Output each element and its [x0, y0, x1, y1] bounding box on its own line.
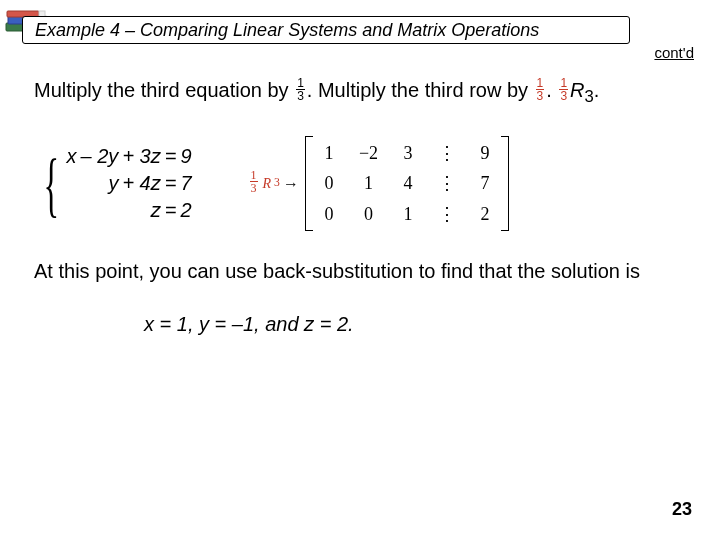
example-title-text: Example 4 – Comparing Linear Systems and…: [35, 20, 539, 41]
instruction-line: Multiply the third equation by 13. Multi…: [34, 78, 686, 108]
left-brace-icon: {: [44, 154, 60, 214]
page-number: 23: [672, 499, 692, 520]
matrix-block: 13R3 → 1−23⋮9 014⋮7 001⋮2: [248, 136, 510, 232]
example-title: Example 4 – Comparing Linear Systems and…: [22, 16, 630, 44]
row-operation-label: 13R3 →: [248, 171, 299, 196]
solution-text: x = 1, y = –1, and z = 2.: [144, 312, 686, 337]
contd-label: cont'd: [654, 44, 694, 61]
fraction-one-third-op: 13: [536, 77, 545, 102]
conclusion-text: At this point, you can use back-substitu…: [34, 259, 686, 284]
augmented-matrix: 1−23⋮9 014⋮7 001⋮2: [305, 136, 509, 232]
equation-system: { x– 2y+ 3z=9 y+ 4z=7 z=2: [34, 144, 194, 223]
fraction-one-third-op2: 13: [559, 77, 568, 102]
fraction-one-third: 13: [296, 77, 305, 102]
arrow-icon: →: [283, 174, 299, 194]
